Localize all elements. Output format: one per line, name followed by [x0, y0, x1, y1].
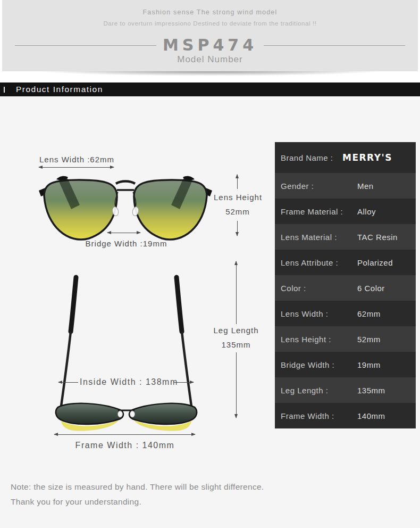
spec-value: 62mm — [357, 309, 381, 318]
spec-label: Bridge Width : — [281, 360, 357, 369]
table-row: Gender : Men — [275, 173, 416, 199]
left-temple-arm — [61, 332, 71, 406]
frame-width-arrow — [54, 434, 195, 435]
table-row: Frame Width : 140mm — [275, 403, 416, 428]
banner-drop-shadow — [0, 71, 420, 82]
table-row: Lens Width : 62mm — [275, 301, 416, 326]
spec-value: Men — [357, 182, 374, 191]
spec-value: TAC Resin — [357, 233, 398, 242]
left-temple — [71, 277, 76, 332]
inside-width-dimension-label: Inside Width : 138mm — [80, 377, 171, 387]
left-lens-top — [56, 403, 123, 424]
spec-value: Alloy — [357, 207, 376, 216]
table-row: Brand Name : MERRY'S — [275, 142, 416, 173]
spec-value: 6 Color — [357, 284, 385, 293]
table-row: Leg Length : 135mm — [275, 377, 416, 403]
spec-value: 135mm — [357, 386, 385, 395]
lens-width-dimension-label: Lens Width :62mm — [39, 155, 114, 164]
bridge-width-arrow — [107, 233, 140, 233]
lens-height-dimension-value: 52mm — [214, 207, 262, 216]
table-row: Frame Material : Alloy — [275, 199, 416, 224]
note-line-2: Thank you for your understanding. — [11, 497, 141, 507]
spec-value: Polarized — [357, 258, 393, 267]
right-temple-arm — [182, 332, 191, 406]
right-temple — [177, 277, 182, 332]
spec-value: 52mm — [357, 335, 381, 344]
bridge-width-dimension-label: Bridge Width :19mm — [82, 239, 170, 248]
table-row: Color : 6 Color — [275, 275, 416, 301]
spec-label: Color : — [281, 284, 357, 293]
spec-label: Frame Material : — [281, 207, 357, 216]
product-diagram-area: Lens Width :62mm Lens Height 52mm Bridge… — [0, 96, 420, 528]
table-row: Bridge Width : 19mm — [275, 352, 416, 377]
sunglasses-front-view-image — [37, 174, 214, 245]
note-line-1: Note: the size is measured by hand. Ther… — [11, 482, 264, 492]
section-bar: Product Information — [0, 82, 420, 96]
lens-height-dimension-label: Lens Height — [214, 193, 262, 202]
model-number: MSP474 — [163, 37, 257, 53]
section-title: Product Information — [16, 82, 103, 96]
lens-height-arrow-down — [237, 221, 238, 236]
spec-label: Leg Length : — [281, 386, 357, 395]
frame-width-dimension-label: Frame Width : 140mm — [74, 441, 175, 450]
table-row: Lens Material : TAC Resin — [275, 224, 416, 250]
table-row: Lens Height : 52mm — [275, 326, 416, 352]
lens-height-arrow-up — [237, 175, 238, 189]
leg-length-arrow-up — [236, 261, 237, 324]
leg-length-dimension-value: 135mm — [212, 340, 261, 349]
sunglasses-top-view-image — [51, 274, 202, 432]
lens-width-arrow — [39, 167, 114, 168]
tagline-primary: Fashion sense The strong wind model — [2, 0, 418, 16]
right-lens-top — [129, 403, 197, 424]
leg-length-dimension-label: Leg Length — [212, 326, 261, 335]
divider-line-right — [264, 45, 405, 46]
product-page: Fashion sense The strong wind model Dare… — [0, 0, 420, 528]
spec-label: Frame Width : — [281, 411, 357, 420]
spec-label: Lens Material : — [281, 233, 357, 242]
section-tick-icon — [4, 87, 5, 93]
spec-table: Brand Name : MERRY'S Gender : Men Frame … — [275, 142, 416, 428]
table-row: Lens Attribute : Polarized — [275, 250, 416, 275]
spec-label: Gender : — [281, 182, 357, 191]
spec-value: 140mm — [357, 411, 385, 420]
spec-label: Lens Height : — [281, 335, 357, 344]
hero-banner: Fashion sense The strong wind model Dare… — [2, 0, 418, 71]
top-bridge-bar — [116, 182, 135, 184]
spec-label: Lens Width : — [281, 309, 357, 318]
brand-logo: MERRY'S — [342, 152, 392, 163]
leg-length-arrow-down — [236, 352, 237, 418]
spec-label: Lens Attribute : — [281, 258, 357, 267]
left-lens — [44, 180, 117, 240]
divider-line-left — [15, 45, 156, 46]
tagline-secondary: Dare to overturn impressiono Destined to… — [2, 20, 418, 27]
spec-value: 19mm — [357, 360, 381, 369]
inside-width-arrow-left — [58, 382, 78, 383]
right-lens — [134, 180, 207, 240]
model-number-caption: Model Number — [2, 54, 418, 65]
model-number-row: MSP474 — [15, 37, 405, 53]
inside-width-arrow-right — [174, 382, 194, 383]
